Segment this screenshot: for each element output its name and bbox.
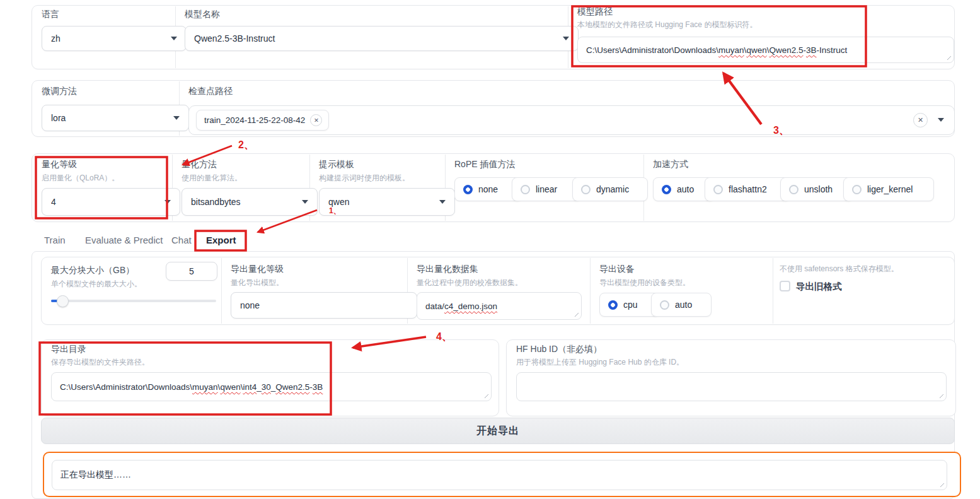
rope-option-linear[interactable]: linear [512, 177, 581, 201]
booster-option-unsloth[interactable]: unsloth [780, 177, 853, 201]
model-path-desc: 本地模型的文件路径或 Hugging Face 的模型标识符。 [577, 20, 757, 30]
hf-hub-id-label: HF Hub ID（非必填） [516, 344, 602, 355]
export-dir-label: 导出目录 [51, 344, 86, 355]
quant-bit-label: 量化等级 [42, 159, 77, 170]
output-box: 正在导出模型…… [43, 452, 961, 497]
resize-handle-icon[interactable] [572, 310, 579, 317]
chevron-down-icon [164, 200, 171, 204]
model-path-value: C:\Users\Administrator\Downloads\muyan\q… [586, 45, 847, 55]
radio-label: unsloth [804, 184, 833, 194]
chevron-down-icon [173, 116, 180, 120]
radio-icon [852, 185, 862, 194]
checkpoint-path-label: 检查点路径 [188, 86, 233, 97]
annotation-number-2: 2、 [238, 139, 254, 150]
language-label: 语言 [42, 9, 59, 20]
radio-icon [521, 185, 530, 194]
export-dir-input[interactable]: C:\Users\Administrator\Downloads\muyan\q… [51, 372, 492, 401]
radio-icon [713, 185, 723, 194]
divider [221, 258, 222, 324]
resize-handle-icon[interactable] [945, 54, 951, 60]
template-desc: 构建提示词时使用的模板。 [319, 173, 410, 184]
export-quant-bit-value: none [240, 300, 408, 310]
resize-handle-icon[interactable] [937, 392, 943, 398]
radio-label: none [478, 184, 498, 194]
checkpoint-tag-label: train_2024-11-25-22-08-42 [204, 115, 305, 125]
quant-bit-value: 4 [51, 197, 164, 207]
radio-label: flashattn2 [729, 184, 767, 194]
hf-hub-id-input[interactable] [516, 372, 947, 401]
chevron-down-icon [171, 37, 177, 40]
radio-icon [662, 185, 671, 194]
checkpoint-tag: train_2024-11-25-22-08-42 ✕ [196, 110, 329, 131]
booster-label: 加速方式 [653, 159, 688, 170]
tab-train[interactable]: Train [44, 235, 66, 245]
radio-icon [789, 185, 798, 194]
radio-icon [463, 185, 473, 194]
radio-label: auto [675, 300, 692, 310]
quant-method-dropdown[interactable]: bitsandbytes [182, 188, 318, 216]
quant-bit-dropdown[interactable]: 4 [42, 188, 180, 216]
legacy-format-desc: 不使用 safetensors 格式保存模型。 [780, 264, 899, 274]
export-device-label: 导出设备 [599, 264, 635, 275]
chevron-down-icon [302, 200, 308, 204]
template-value: qwen [328, 197, 439, 207]
rope-option-dynamic[interactable]: dynamic [572, 177, 648, 201]
finetuning-method-dropdown[interactable]: lora [42, 105, 189, 131]
quant-method-value: bitsandbytes [191, 197, 302, 207]
export-dir-value: C:\Users\Administrator\Downloads\muyan\q… [60, 382, 323, 392]
template-label: 提示模板 [319, 159, 354, 170]
language-dropdown[interactable]: zh [42, 26, 187, 51]
export-quant-dataset-value: data/c4_demo.json [425, 302, 497, 311]
radio-icon [608, 300, 618, 310]
tab-export[interactable]: Export [206, 235, 236, 245]
language-value: zh [51, 33, 171, 44]
start-export-button[interactable]: 开始导出 [41, 418, 955, 444]
export-quant-dataset-input[interactable]: data/c4_demo.json [417, 292, 582, 320]
export-quant-bit-desc: 量化导出模型。 [231, 278, 284, 288]
divider [590, 258, 591, 324]
quant-method-label: 量化方法 [182, 159, 217, 170]
slider-handle[interactable] [57, 295, 69, 307]
model-name-dropdown[interactable]: Qwen2.5-3B-Instruct [185, 26, 579, 51]
model-path-label: 模型路径 [577, 6, 613, 18]
output-textarea[interactable]: 正在导出模型…… [52, 460, 947, 490]
tab-chat[interactable]: Chat [171, 235, 192, 245]
radio-label: cpu [623, 300, 638, 310]
legacy-format-checkbox[interactable] [780, 281, 790, 291]
shard-size-input[interactable]: 5 [166, 262, 217, 281]
radio-icon [581, 185, 591, 194]
radio-label: liger_kernel [867, 184, 913, 194]
radio-label: linear [536, 184, 557, 194]
export-quant-bit-label: 导出量化等级 [231, 264, 284, 275]
quant-method-desc: 使用的量化算法。 [182, 173, 242, 184]
checkpoint-path-multiselect[interactable]: train_2024-11-25-22-08-42 ✕ ✕ [188, 105, 955, 135]
chevron-down-icon[interactable] [938, 118, 944, 122]
divider [773, 258, 773, 324]
rope-label: RoPE 插值方法 [454, 159, 515, 170]
export-quant-bit-dropdown[interactable]: none [231, 292, 417, 319]
export-dir-desc: 保存导出模型的文件夹路径。 [51, 357, 149, 368]
hf-hub-id-desc: 用于将模型上传至 Hugging Face Hub 的仓库 ID。 [516, 357, 684, 368]
booster-option-flashattn2[interactable]: flashattn2 [705, 177, 790, 201]
resize-handle-icon[interactable] [482, 392, 488, 398]
template-dropdown[interactable]: qwen [319, 188, 455, 216]
model-path-input[interactable]: C:\Users\Administrator\Downloads\muyan\q… [577, 37, 954, 63]
export-device-option-auto[interactable]: auto [651, 293, 712, 317]
radio-label: dynamic [596, 184, 629, 194]
resize-handle-icon[interactable] [938, 481, 944, 487]
legacy-format-label: 导出旧格式 [796, 281, 842, 293]
chevron-down-icon [439, 200, 446, 204]
output-text: 正在导出模型…… [61, 469, 131, 481]
export-device-desc: 导出模型使用的设备类型。 [599, 278, 690, 288]
booster-option-liger-kernel[interactable]: liger_kernel [843, 177, 934, 201]
finetuning-method-value: lora [51, 113, 173, 123]
shard-size-desc: 单个模型文件的最大大小。 [51, 279, 142, 290]
export-quant-dataset-label: 导出量化数据集 [417, 264, 478, 275]
tab-evaluate-predict[interactable]: Evaluate & Predict [85, 235, 163, 245]
radio-icon [660, 300, 669, 310]
shard-size-slider[interactable] [51, 300, 216, 302]
clear-all-icon[interactable]: ✕ [913, 113, 928, 127]
remove-tag-icon[interactable]: ✕ [310, 114, 322, 126]
shard-size-label: 最大分块大小（GB） [51, 265, 134, 276]
model-name-label: 模型名称 [185, 9, 220, 20]
